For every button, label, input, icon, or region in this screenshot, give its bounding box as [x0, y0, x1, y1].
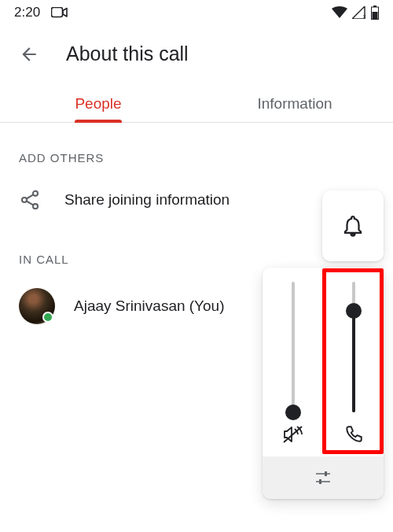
tab-people-label: People — [75, 95, 121, 112]
svg-point-6 — [22, 198, 27, 202]
tab-people[interactable]: People — [0, 83, 196, 122]
tab-information[interactable]: Information — [196, 83, 393, 122]
tabs: People Information — [0, 83, 393, 123]
section-add-others: ADD OTHERS — [0, 123, 393, 175]
share-label: Share joining information — [64, 191, 230, 209]
back-icon[interactable] — [19, 44, 39, 65]
page-title: About this call — [66, 42, 189, 65]
ring-mode-button[interactable] — [322, 190, 384, 261]
battery-icon — [371, 6, 379, 20]
avatar — [19, 288, 55, 324]
svg-point-5 — [33, 191, 38, 196]
slider-track — [292, 282, 295, 412]
status-right: x — [332, 6, 379, 20]
sound-settings-button[interactable] — [263, 456, 384, 499]
status-left: 2:20 — [14, 5, 68, 20]
slider-fill — [352, 311, 355, 412]
tab-information-label: Information — [257, 95, 332, 112]
media-muted-icon[interactable] — [282, 423, 304, 445]
presence-active-icon — [42, 312, 53, 323]
svg-text:x: x — [363, 13, 366, 19]
slider-thumb[interactable] — [285, 405, 301, 420]
header: About this call — [0, 25, 393, 83]
share-icon — [19, 188, 41, 212]
svg-line-10 — [284, 427, 302, 442]
svg-rect-12 — [325, 471, 327, 476]
phone-icon[interactable] — [343, 423, 364, 445]
status-bar: 2:20 x — [0, 0, 393, 25]
svg-rect-0 — [52, 8, 63, 17]
svg-rect-14 — [319, 479, 321, 484]
svg-line-8 — [27, 194, 34, 198]
wifi-icon — [332, 6, 347, 19]
sliders-settings-icon — [314, 469, 332, 486]
tab-indicator — [75, 120, 122, 123]
svg-point-7 — [33, 204, 38, 209]
sliders-row — [263, 268, 384, 456]
svg-rect-4 — [373, 12, 378, 19]
clock: 2:20 — [14, 5, 40, 20]
media-volume-slider[interactable] — [263, 268, 323, 456]
signal-icon: x — [352, 6, 366, 19]
camera-icon — [51, 7, 68, 18]
volume-panel — [263, 268, 384, 499]
participant-name: Ajaay Srinivasan (You) — [74, 297, 225, 315]
bell-icon — [341, 214, 365, 238]
svg-line-9 — [27, 201, 34, 205]
call-volume-slider[interactable] — [323, 268, 384, 456]
slider-thumb[interactable] — [346, 303, 362, 319]
